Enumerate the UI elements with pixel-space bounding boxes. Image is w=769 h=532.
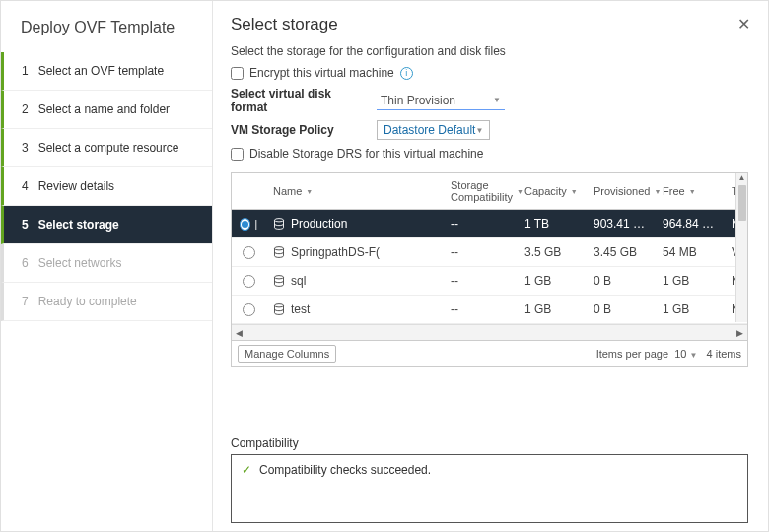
datastore-free: 54 MB: [655, 245, 724, 259]
wizard-title: Deploy OVF Template: [1, 19, 212, 52]
step-number: 7: [22, 295, 29, 308]
vm-storage-policy-label: VM Storage Policy: [231, 123, 367, 137]
step-label: Select a compute resource: [38, 141, 179, 155]
step-label: Select networks: [38, 256, 122, 270]
items-per-page-label: Items per page: [596, 348, 668, 360]
wizard-sidebar: Deploy OVF Template 1Select an OVF templ…: [1, 1, 213, 531]
datastore-table: Name ▼ Storage Compatibility ▼ Capacity …: [231, 172, 748, 341]
datastore-icon: [273, 246, 285, 258]
row-radio[interactable]: [243, 275, 255, 288]
scroll-up-icon[interactable]: ▲: [738, 173, 746, 182]
step-number: 3: [22, 141, 29, 155]
wizard-panel: ✕ Select storage Select the storage for …: [213, 1, 768, 531]
close-icon[interactable]: ✕: [737, 15, 750, 33]
table-row[interactable]: SpringpathDS-F(--3.5 GB3.45 GB54 MBV: [232, 238, 747, 267]
wizard-root: Deploy OVF Template 1Select an OVF templ…: [0, 0, 769, 532]
items-per-page-select[interactable]: 10 ▼: [674, 348, 697, 360]
datastore-icon: [273, 275, 285, 287]
chevron-down-icon: ▼: [475, 126, 483, 135]
vertical-scrollbar[interactable]: ▲: [735, 173, 747, 322]
table-row[interactable]: test--1 GB0 B1 GBN: [232, 296, 747, 324]
disk-format-row: Select virtual disk format Thin Provisio…: [231, 87, 748, 114]
datastore-name: Production: [291, 217, 347, 231]
scroll-thumb[interactable]: [738, 185, 746, 221]
step-label: Review details: [38, 179, 114, 193]
scroll-left-icon[interactable]: ◀: [236, 328, 243, 338]
svg-point-1: [275, 247, 284, 250]
disable-drs-row: Disable Storage DRS for this virtual mac…: [231, 147, 748, 161]
datastore-icon: [273, 218, 285, 230]
encrypt-row: Encrypt this virtual machine i: [231, 66, 748, 80]
col-storage-compat[interactable]: Storage Compatibility ▼: [443, 173, 517, 209]
table-body: |Production--1 TB903.41 GB964.84 GBNSpri…: [232, 210, 747, 324]
table-row[interactable]: |Production--1 TB903.41 GB964.84 GBN: [232, 210, 747, 238]
horizontal-scrollbar[interactable]: ◀ ▶: [232, 324, 747, 340]
datastore-storage-compat: --: [443, 245, 517, 259]
datastore-capacity: 1 GB: [517, 274, 586, 288]
step-label: Select an OVF template: [38, 64, 164, 78]
step-6: 6Select networks: [1, 244, 212, 283]
vm-storage-policy-select[interactable]: Datastore Default ▼: [377, 120, 490, 140]
check-icon: ✓: [242, 463, 251, 477]
datastore-storage-compat: --: [443, 274, 517, 288]
footer-actions: CANCEL BACK NEXT: [231, 523, 748, 532]
datastore-storage-compat: --: [443, 302, 517, 316]
item-count-text: 4 items: [707, 348, 741, 360]
step-3[interactable]: 3Select a compute resource: [1, 129, 212, 167]
datastore-provisioned: 903.41 GB: [586, 217, 655, 231]
chevron-down-icon: ▼: [689, 351, 697, 360]
step-5[interactable]: 5Select storage: [1, 206, 212, 244]
sort-icon: ▼: [571, 188, 578, 195]
vm-storage-policy-row: VM Storage Policy Datastore Default ▼: [231, 120, 748, 140]
row-radio[interactable]: [240, 218, 250, 231]
datastore-capacity: 3.5 GB: [517, 245, 586, 259]
step-number: 6: [22, 256, 29, 270]
vm-storage-policy-value: Datastore Default: [384, 123, 475, 137]
scroll-right-icon[interactable]: ▶: [736, 328, 743, 338]
step-1[interactable]: 1Select an OVF template: [1, 52, 212, 91]
step-number: 1: [22, 64, 29, 78]
disk-format-value: Thin Provision: [381, 94, 455, 107]
panel-title: Select storage: [231, 15, 748, 34]
disable-drs-checkbox[interactable]: [231, 148, 244, 161]
panel-description: Select the storage for the configuration…: [231, 44, 748, 58]
chevron-down-icon: ▼: [493, 96, 501, 104]
datastore-icon: [273, 303, 285, 315]
datastore-provisioned: 0 B: [586, 302, 655, 316]
encrypt-label: Encrypt this virtual machine: [249, 66, 394, 80]
info-icon[interactable]: i: [400, 67, 413, 80]
svg-point-0: [275, 219, 284, 222]
compatibility-box: ✓ Compatibility checks succeeded.: [231, 454, 748, 523]
disable-drs-label: Disable Storage DRS for this virtual mac…: [249, 147, 483, 161]
manage-columns-button[interactable]: Manage Columns: [238, 345, 336, 363]
step-number: 5: [22, 218, 29, 232]
datastore-free: 1 GB: [655, 274, 724, 288]
datastore-free: 1 GB: [655, 302, 724, 316]
col-name[interactable]: Name ▼: [265, 179, 443, 203]
row-radio[interactable]: [243, 246, 255, 259]
sort-icon: ▼: [689, 188, 696, 195]
datastore-free: 964.84 GB: [655, 217, 724, 231]
encrypt-checkbox[interactable]: [231, 67, 244, 80]
row-radio[interactable]: [243, 303, 255, 316]
col-capacity[interactable]: Capacity ▼: [517, 179, 586, 203]
step-2[interactable]: 2Select a name and folder: [1, 91, 212, 129]
pagination: Items per page 10 ▼ 4 items: [596, 348, 741, 360]
table-row[interactable]: sql--1 GB0 B1 GBN: [232, 267, 747, 296]
disk-format-select[interactable]: Thin Provision ▼: [377, 92, 505, 110]
step-4[interactable]: 4Review details: [1, 167, 212, 206]
datastore-provisioned: 3.45 GB: [586, 245, 655, 259]
disk-format-label: Select virtual disk format: [231, 87, 367, 114]
step-list: 1Select an OVF template2Select a name an…: [1, 52, 212, 321]
col-free[interactable]: Free ▼: [655, 179, 724, 203]
col-provisioned[interactable]: Provisioned ▼: [586, 179, 655, 203]
datastore-provisioned: 0 B: [586, 274, 655, 288]
svg-point-3: [275, 304, 284, 307]
col-select: [232, 185, 265, 197]
step-label: Ready to complete: [38, 295, 137, 308]
svg-point-2: [275, 276, 284, 279]
datastore-capacity: 1 TB: [517, 217, 586, 231]
datastore-name: SpringpathDS-F(: [291, 245, 380, 259]
table-header: Name ▼ Storage Compatibility ▼ Capacity …: [232, 173, 747, 210]
step-label: Select storage: [38, 218, 119, 232]
